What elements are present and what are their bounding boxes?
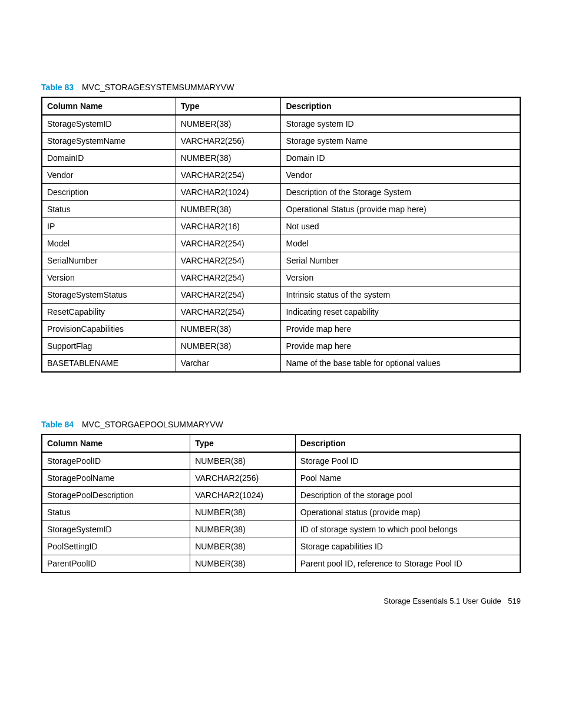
cell-desc: Pool Name <box>295 470 520 487</box>
table-84-caption: Table 84 MVC_STORGAEPOOLSUMMARYVW <box>41 420 521 429</box>
cell-desc: Vendor <box>281 167 520 184</box>
table-row: StoragePoolDescriptionVARCHAR2(1024)Desc… <box>42 487 520 504</box>
table-row: BASETABLENAMEVarcharName of the base tab… <box>42 355 520 373</box>
table-row: StorageSystemIDNUMBER(38)ID of storage s… <box>42 521 520 538</box>
cell-name: DomainID <box>42 150 176 167</box>
table-row: DescriptionVARCHAR2(1024)Description of … <box>42 184 520 201</box>
table-83-number: Table 83 <box>41 83 74 92</box>
table-83: Column Name Type Description StorageSyst… <box>41 97 521 373</box>
page-footer: Storage Essentials 5.1 User Guide 519 <box>41 597 521 605</box>
cell-desc: ID of storage system to which pool belon… <box>295 521 520 538</box>
table-row: StoragePoolNameVARCHAR2(256)Pool Name <box>42 470 520 487</box>
header-column-name: Column Name <box>42 97 176 115</box>
table-row: DomainIDNUMBER(38)Domain ID <box>42 150 520 167</box>
cell-desc: Parent pool ID, reference to Storage Poo… <box>295 555 520 573</box>
cell-name: SerialNumber <box>42 252 176 269</box>
cell-name: Vendor <box>42 167 176 184</box>
table-row: StorageSystemIDNUMBER(38)Storage system … <box>42 115 520 133</box>
table-row: VersionVARCHAR2(254)Version <box>42 269 520 286</box>
cell-name: Status <box>42 201 176 218</box>
cell-name: StoragePoolDescription <box>42 487 190 504</box>
cell-type: NUMBER(38) <box>190 555 296 573</box>
cell-desc: Version <box>281 269 520 286</box>
cell-name: Status <box>42 504 190 521</box>
header-type: Type <box>176 97 281 115</box>
cell-type: NUMBER(38) <box>176 321 281 338</box>
table-row: ModelVARCHAR2(254)Model <box>42 235 520 252</box>
table-83-title: MVC_STORAGESYSTEMSUMMARYVW <box>76 83 234 92</box>
cell-type: VARCHAR2(254) <box>176 252 281 269</box>
table-row: StatusNUMBER(38)Operational status (prov… <box>42 504 520 521</box>
cell-type: NUMBER(38) <box>190 521 296 538</box>
table-row: SerialNumberVARCHAR2(254)Serial Number <box>42 252 520 269</box>
header-description: Description <box>295 434 520 452</box>
cell-name: BASETABLENAME <box>42 355 176 373</box>
cell-desc: Description of the storage pool <box>295 487 520 504</box>
cell-desc: Description of the Storage System <box>281 184 520 201</box>
cell-name: StoragePoolName <box>42 470 190 487</box>
cell-type: NUMBER(38) <box>176 338 281 355</box>
cell-desc: Storage capabilities ID <box>295 538 520 555</box>
cell-desc: Operational status (provide map) <box>295 504 520 521</box>
cell-type: VARCHAR2(1024) <box>176 184 281 201</box>
cell-type: NUMBER(38) <box>190 452 296 470</box>
cell-name: ProvisionCapabilities <box>42 321 176 338</box>
cell-desc: Operational Status (provide map here) <box>281 201 520 218</box>
cell-type: VARCHAR2(254) <box>176 269 281 286</box>
cell-type: NUMBER(38) <box>176 201 281 218</box>
cell-type: VARCHAR2(1024) <box>190 487 296 504</box>
table-83-block: Table 83 MVC_STORAGESYSTEMSUMMARYVW Colu… <box>41 83 521 373</box>
cell-name: SupportFlag <box>42 338 176 355</box>
cell-desc: Domain ID <box>281 150 520 167</box>
cell-name: ParentPoolID <box>42 555 190 573</box>
footer-page-number: 519 <box>503 597 521 605</box>
table-row: PoolSettingIDNUMBER(38)Storage capabilit… <box>42 538 520 555</box>
cell-desc: Provide map here <box>281 338 520 355</box>
cell-desc: Serial Number <box>281 252 520 269</box>
table-84-number: Table 84 <box>41 420 74 429</box>
table-row: VendorVARCHAR2(254)Vendor <box>42 167 520 184</box>
table-row: StoragePoolIDNUMBER(38)Storage Pool ID <box>42 452 520 470</box>
cell-desc: Not used <box>281 218 520 235</box>
cell-name: ResetCapability <box>42 304 176 321</box>
cell-type: VARCHAR2(254) <box>176 167 281 184</box>
table-row: StatusNUMBER(38)Operational Status (prov… <box>42 201 520 218</box>
table-header-row: Column Name Type Description <box>42 434 520 452</box>
cell-desc: Provide map here <box>281 321 520 338</box>
table-row: SupportFlagNUMBER(38)Provide map here <box>42 338 520 355</box>
header-type: Type <box>190 434 296 452</box>
cell-name: StoragePoolID <box>42 452 190 470</box>
header-description: Description <box>281 97 520 115</box>
cell-type: NUMBER(38) <box>176 150 281 167</box>
cell-desc: Intrinsic status of the system <box>281 286 520 304</box>
cell-name: StorageSystemID <box>42 521 190 538</box>
table-83-caption: Table 83 MVC_STORAGESYSTEMSUMMARYVW <box>41 83 521 92</box>
cell-name: IP <box>42 218 176 235</box>
cell-desc: Storage Pool ID <box>295 452 520 470</box>
cell-desc: Storage system ID <box>281 115 520 133</box>
cell-name: Description <box>42 184 176 201</box>
cell-desc: Storage system Name <box>281 133 520 150</box>
table-row: ResetCapabilityVARCHAR2(254)Indicating r… <box>42 304 520 321</box>
cell-type: VARCHAR2(254) <box>176 235 281 252</box>
cell-desc: Name of the base table for optional valu… <box>281 355 520 373</box>
table-84-block: Table 84 MVC_STORGAEPOOLSUMMARYVW Column… <box>41 420 521 573</box>
cell-name: StorageSystemStatus <box>42 286 176 304</box>
footer-text: Storage Essentials 5.1 User Guide <box>384 597 501 605</box>
table-row: ProvisionCapabilitiesNUMBER(38)Provide m… <box>42 321 520 338</box>
cell-name: PoolSettingID <box>42 538 190 555</box>
cell-type: VARCHAR2(256) <box>190 470 296 487</box>
cell-type: NUMBER(38) <box>190 504 296 521</box>
cell-type: VARCHAR2(254) <box>176 304 281 321</box>
table-84-title: MVC_STORGAEPOOLSUMMARYVW <box>76 420 223 429</box>
cell-type: VARCHAR2(16) <box>176 218 281 235</box>
cell-desc: Indicating reset capability <box>281 304 520 321</box>
cell-type: NUMBER(38) <box>176 115 281 133</box>
cell-name: StorageSystemID <box>42 115 176 133</box>
cell-type: Varchar <box>176 355 281 373</box>
cell-type: VARCHAR2(256) <box>176 133 281 150</box>
table-row: ParentPoolIDNUMBER(38)Parent pool ID, re… <box>42 555 520 573</box>
cell-type: NUMBER(38) <box>190 538 296 555</box>
table-row: StorageSystemStatusVARCHAR2(254)Intrinsi… <box>42 286 520 304</box>
table-header-row: Column Name Type Description <box>42 97 520 115</box>
